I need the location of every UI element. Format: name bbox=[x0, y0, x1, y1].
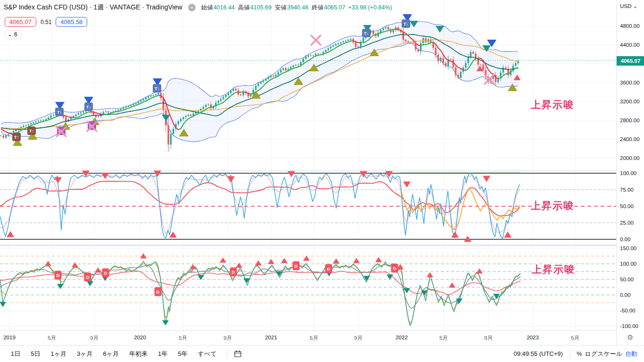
gear-icon[interactable]: ⚙ bbox=[627, 333, 633, 342]
range-button-年初来[interactable]: 年初来 bbox=[125, 348, 152, 360]
time-label: 5月 bbox=[48, 335, 56, 342]
time-label: 2020 bbox=[134, 335, 146, 340]
time-label: 9月 bbox=[223, 335, 232, 342]
svg-text:D: D bbox=[393, 266, 396, 271]
stoch-scale-label: 0.00 bbox=[620, 236, 630, 242]
tradingview-chart-window: T↑T↑T↓T↓T↓T↓T↓R↑R↑DDDDDDDD S&P Index Cas… bbox=[0, 0, 644, 362]
svg-text:T↑: T↑ bbox=[14, 135, 19, 140]
time-label: 2019 bbox=[3, 335, 16, 340]
clock-label[interactable]: 09:49:55 (UTC+9) bbox=[513, 350, 562, 357]
svg-text:T↓: T↓ bbox=[404, 21, 409, 26]
sell-price-button[interactable]: 4065.07 bbox=[5, 17, 36, 27]
panel-separator bbox=[0, 244, 644, 247]
quote-row: 4065.07 0.51 4065.58 bbox=[5, 17, 87, 27]
svg-text:D: D bbox=[104, 270, 107, 276]
svg-text:T↑: T↑ bbox=[29, 128, 34, 134]
time-label: 2021 bbox=[265, 335, 277, 340]
collapse-legend-icon[interactable]: − bbox=[188, 4, 196, 11]
price-label: 4400.00 bbox=[620, 42, 640, 48]
spread-value: 0.51 bbox=[41, 19, 51, 25]
svg-text:D: D bbox=[86, 275, 90, 280]
indicator-count: 6 bbox=[14, 31, 17, 38]
price-axis[interactable]: USD ⌄ 4800.004400.004000.003600.003200.0… bbox=[616, 0, 644, 345]
toolbar-divider bbox=[227, 350, 227, 358]
range-button-1日[interactable]: 1日 bbox=[7, 348, 25, 360]
stoch-scale-label: 75.00 bbox=[620, 187, 634, 193]
svg-text:D: D bbox=[57, 273, 60, 278]
time-axis[interactable]: 20195月9月20205月9月20215月9月20225月9月20235月 bbox=[0, 330, 616, 345]
oscillator-scale-label: 150.00 bbox=[620, 245, 636, 251]
svg-text:D: D bbox=[232, 269, 235, 275]
oscillator-scale-label: -50.00 bbox=[620, 308, 636, 313]
oscillator-scale-label: 0.00 bbox=[620, 292, 630, 298]
time-label: 5月 bbox=[310, 335, 318, 342]
range-button-1年[interactable]: 1年 bbox=[154, 348, 172, 360]
stoch-scale-label: 100.00 bbox=[620, 170, 636, 176]
percent-scale-button[interactable]: % bbox=[577, 350, 582, 357]
svg-text:T↓: T↓ bbox=[57, 109, 62, 115]
range-button-3ヶ月[interactable]: 3ヶ月 bbox=[73, 348, 97, 360]
oscillator-scale-label: 100.00 bbox=[620, 261, 636, 267]
buy-price-button[interactable]: 4065.58 bbox=[56, 17, 87, 27]
time-label: 5月 bbox=[571, 335, 579, 342]
price-label: 3600.00 bbox=[620, 80, 640, 85]
svg-text:D: D bbox=[295, 263, 298, 269]
toolbar-divider bbox=[570, 350, 570, 358]
price-label: 3200.00 bbox=[620, 99, 640, 104]
range-button-1ヶ月[interactable]: 1ヶ月 bbox=[46, 348, 71, 360]
stoch-scale-label: 25.00 bbox=[620, 220, 634, 226]
auto-scale-button[interactable]: 自動 bbox=[625, 350, 637, 358]
bottom-toolbar: 1日5日1ヶ月3ヶ月6ヶ月年初来1年5年すべて 09:49:55 (UTC+9)… bbox=[0, 345, 644, 362]
svg-text:D: D bbox=[327, 266, 330, 271]
oscillator-scale-label: -100.00 bbox=[620, 323, 638, 329]
ohlc-item: 終値4065.07 bbox=[312, 4, 345, 12]
calendar-icon[interactable] bbox=[234, 350, 242, 358]
panel-separator bbox=[0, 170, 644, 172]
ohlc-values: 始値4016.44高値4105.69安値3940.46終値4065.07 bbox=[201, 4, 346, 12]
svg-text:T↓: T↓ bbox=[364, 31, 369, 36]
range-button-5日[interactable]: 5日 bbox=[26, 348, 44, 360]
currency-selector[interactable]: USD ⌄ bbox=[620, 3, 637, 9]
time-label: 2022 bbox=[396, 335, 408, 340]
range-button-5年[interactable]: 5年 bbox=[173, 348, 191, 360]
grid-lines bbox=[0, 0, 616, 330]
time-label: 5月 bbox=[439, 335, 448, 342]
oscillator-lines bbox=[0, 261, 520, 326]
ohlc-item: 高値4105.69 bbox=[238, 4, 272, 12]
time-label: 2023 bbox=[527, 335, 539, 340]
current-price-badge: 4065.07 bbox=[617, 56, 644, 66]
symbol-title[interactable]: S&P Index Cash CFD (USD) · 1週 · VANTAGE … bbox=[4, 3, 182, 12]
bullish-annotation: 上昇示唆 bbox=[532, 263, 575, 276]
svg-text:D: D bbox=[157, 289, 160, 295]
ohlc-item: 安値3940.46 bbox=[275, 4, 308, 12]
chart-canvas[interactable]: T↑T↑T↓T↓T↓T↓T↓R↑R↑DDDDDDDD bbox=[0, 0, 644, 330]
range-button-6ヶ月[interactable]: 6ヶ月 bbox=[99, 348, 124, 360]
ohlc-item: 始値4016.44 bbox=[201, 4, 235, 12]
time-label: 9月 bbox=[90, 335, 99, 342]
indicators-collapse-button[interactable]: ⌄ 6 bbox=[5, 30, 21, 39]
time-label: 9月 bbox=[354, 335, 363, 342]
price-label: 2800.00 bbox=[620, 118, 640, 123]
price-label: 2000.00 bbox=[620, 155, 640, 161]
bullish-annotation: 上昇示唆 bbox=[531, 98, 574, 111]
time-label: 9月 bbox=[484, 335, 493, 342]
price-label: 2400.00 bbox=[620, 136, 640, 142]
stoch-scale-label: 50.00 bbox=[620, 203, 634, 209]
date-range-buttons: 1日5日1ヶ月3ヶ月6ヶ月年初来1年5年すべて bbox=[7, 348, 242, 360]
toolbar-right: 09:49:55 (UTC+9) % ログスケール 自動 bbox=[513, 350, 637, 358]
chevron-down-icon: ⌄ bbox=[8, 31, 12, 38]
log-scale-button[interactable]: ログスケール bbox=[585, 350, 622, 358]
oscillator-scale-label: 50.00 bbox=[620, 277, 634, 282]
chart-legend: S&P Index Cash CFD (USD) · 1週 · VANTAGE … bbox=[4, 3, 392, 12]
svg-text:T↓: T↓ bbox=[86, 104, 91, 109]
bullish-annotation: 上昇示唆 bbox=[531, 199, 574, 212]
range-button-すべて[interactable]: すべて bbox=[194, 348, 221, 360]
change-value: +33.98 (+0.84%) bbox=[348, 4, 392, 11]
svg-text:T↓: T↓ bbox=[155, 86, 160, 91]
price-label: 4800.00 bbox=[620, 23, 640, 29]
time-label: 5月 bbox=[179, 335, 187, 342]
